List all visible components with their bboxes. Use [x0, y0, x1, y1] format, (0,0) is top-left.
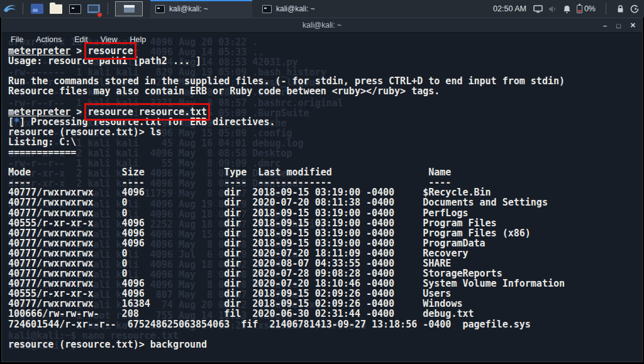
window-controls: – □ ✕ — [603, 18, 636, 33]
terminal-text: 724601544/r-xr--r-- 675248625063854063 f… — [8, 319, 531, 330]
taskbar-button-label: kali@kali: ~ — [169, 4, 208, 13]
battery-icon — [577, 5, 582, 13]
menu-help[interactable]: Help — [124, 33, 153, 47]
clock[interactable]: 02:50 AM — [493, 4, 526, 13]
desktop: kali@kali: ~ kali@kali: ~ 02:50 AM 0 — [0, 0, 644, 364]
logout-power-icon[interactable] — [630, 4, 639, 13]
top-panel: kali@kali: ~ kali@kali: ~ 02:50 AM 0 — [0, 0, 644, 18]
display-icon[interactable] — [533, 5, 543, 13]
launcher-file-manager[interactable] — [29, 1, 45, 16]
menu-actions[interactable]: Actions — [30, 33, 68, 47]
lock-screen-icon[interactable] — [616, 4, 625, 13]
terminal-text: Resource files may also contain ERB or R… — [8, 85, 440, 97]
folder-icon — [50, 4, 62, 14]
menu-file[interactable]: File — [4, 33, 30, 47]
panel-separator — [23, 3, 23, 14]
battery-percent: 0% — [584, 4, 596, 13]
launcher-folder[interactable] — [48, 1, 64, 16]
taskbar-button-1[interactable]: kali@kali: ~ — [150, 0, 252, 18]
menu-edit[interactable]: Edit — [68, 33, 94, 47]
notification-bell-icon[interactable] — [563, 5, 571, 13]
maximize-button[interactable]: □ — [616, 22, 621, 30]
record-dot-icon — [97, 12, 103, 18]
battery-indicator[interactable]: 0% — [577, 4, 596, 13]
menu-bar: File Actions Edit View Help — [4, 33, 152, 47]
workspace-window-icon — [124, 5, 135, 13]
terminal-icon — [262, 5, 272, 13]
launcher-screenshot-recorder[interactable] — [86, 1, 102, 16]
launcher-terminal[interactable] — [67, 1, 83, 16]
kali-dragon-icon — [3, 1, 18, 16]
workspace-switcher[interactable] — [115, 1, 143, 16]
terminal-text: ============ — [8, 146, 76, 158]
kali-menu-button[interactable] — [2, 1, 18, 17]
terminal-icon — [155, 5, 165, 13]
terminal-area[interactable]: File Actions Edit View Help drwxr-xr-x 1… — [2, 33, 642, 361]
tray-separator — [606, 3, 606, 14]
system-tray: 0% — [533, 3, 639, 14]
menu-view[interactable]: View — [94, 33, 124, 47]
terminal-text: resource (resource.txt)> background — [8, 339, 207, 350]
terminal-window: kali@kali: ~ – □ ✕ File Actions Edit Vie… — [1, 18, 643, 362]
taskbar-button-label: kali@kali: ~ — [276, 4, 315, 13]
terminal-icon — [69, 4, 81, 14]
window-titlebar[interactable]: kali@kali: ~ – □ ✕ — [2, 18, 642, 33]
terminal-output[interactable]: meterpreter > resource Usage: resource p… — [8, 46, 565, 350]
window-title: kali@kali: ~ — [303, 21, 341, 30]
panel-separator — [108, 3, 108, 14]
close-button[interactable]: ✕ — [630, 21, 636, 30]
terminal-text: Usage: resource path1 [path2 ... ] — [8, 55, 201, 67]
minimize-button[interactable]: – — [603, 22, 607, 30]
taskbar-button-2[interactable]: kali@kali: ~ — [257, 0, 359, 18]
volume-muted-icon[interactable] — [548, 5, 557, 13]
file-manager-icon — [31, 4, 43, 14]
